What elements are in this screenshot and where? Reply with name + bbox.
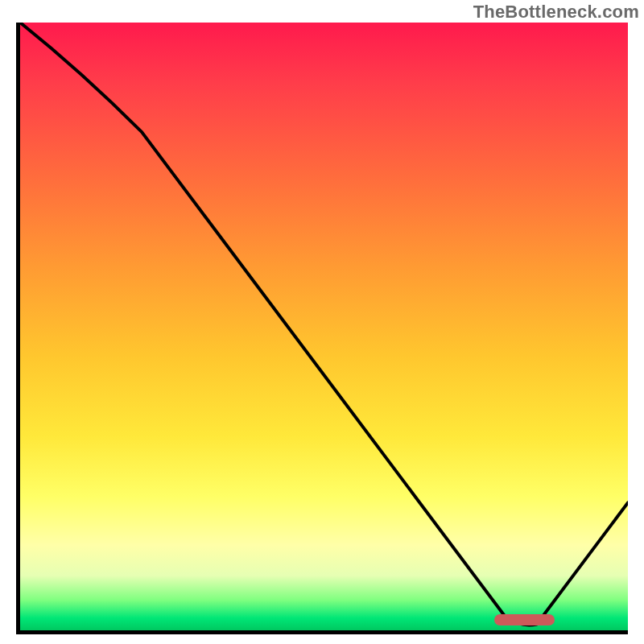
curve-path: [20, 23, 628, 625]
bottleneck-curve: [20, 23, 628, 630]
plot-area: [16, 23, 628, 634]
watermark-text: TheBottleneck.com: [473, 2, 639, 23]
optimum-marker: [494, 614, 555, 625]
chart-container: TheBottleneck.com: [0, 0, 644, 644]
